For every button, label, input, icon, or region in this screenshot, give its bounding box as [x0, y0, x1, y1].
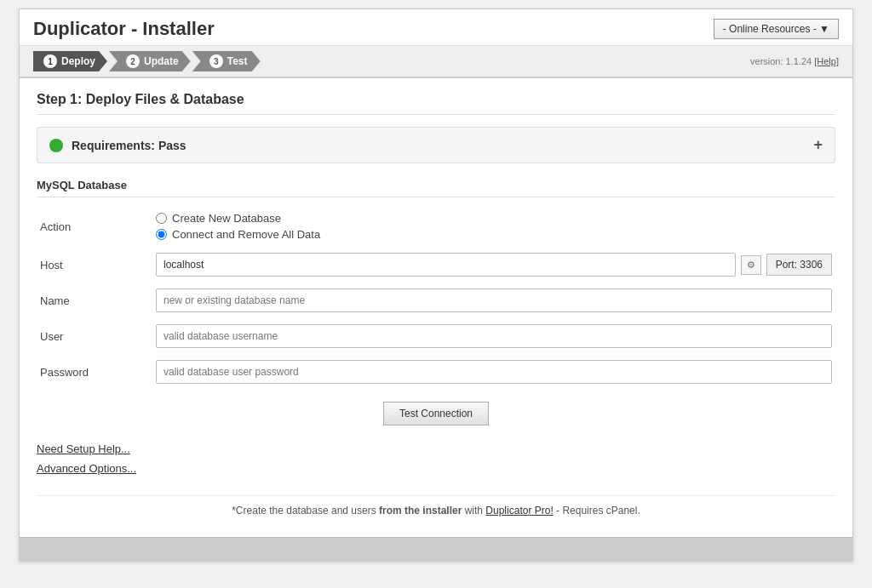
action-radio-group: Create New Database Connect and Remove A… [156, 212, 832, 241]
requirements-status-dot [49, 139, 63, 152]
action-label: Action [37, 206, 105, 247]
step-3-num: 3 [209, 54, 223, 68]
user-row: User [37, 318, 835, 354]
requirements-left: Requirements: Pass [49, 139, 186, 152]
setup-help-link[interactable]: Need Setup Help... [37, 442, 835, 455]
step-title: Step 1: Deploy Files & Database [37, 92, 835, 115]
version-info: version: 1.1.24 [Help] [750, 56, 839, 66]
name-input-cell [105, 283, 835, 318]
bottom-bar [20, 537, 852, 561]
requirements-label: Requirements: Pass [72, 139, 186, 152]
test-connection-row: Test Connection [37, 402, 835, 425]
footer-middle: with [462, 505, 485, 517]
password-input[interactable] [156, 360, 832, 384]
step-1-label: Deploy [61, 55, 95, 67]
host-label: Host [37, 247, 105, 283]
steps-list: 1 Deploy 2 Update 3 Test [33, 51, 262, 71]
password-label: Password [37, 354, 105, 390]
footer-bold: from the installer [379, 505, 462, 517]
db-form-table: Action Create New Database Connect and R… [37, 206, 835, 390]
footer-note: *Create the database and users from the … [37, 495, 835, 523]
step-test[interactable]: 3 Test [192, 51, 261, 71]
name-label: Name [37, 283, 105, 318]
step-update[interactable]: 2 Update [109, 51, 191, 71]
db-section-title: MySQL Database [37, 179, 835, 197]
host-input-row: ⚙ Port: 3306 [156, 253, 832, 277]
host-settings-icon[interactable]: ⚙ [741, 255, 761, 275]
footer-suffix: - Requires cPanel. [554, 505, 640, 517]
header: Duplicator - Installer - Online Resource… [20, 9, 852, 46]
radio-create-text: Create New Database [172, 212, 281, 225]
step-2-label: Update [144, 55, 179, 67]
user-input[interactable] [156, 324, 832, 348]
steps-nav: 1 Deploy 2 Update 3 Test version: 1.1.24… [20, 46, 852, 78]
step-1-num: 1 [43, 54, 57, 68]
host-input-cell: ⚙ Port: 3306 [105, 247, 835, 283]
password-row: Password [37, 354, 835, 390]
password-input-cell [105, 354, 835, 390]
radio-connect[interactable] [156, 229, 167, 240]
user-label: User [37, 318, 105, 354]
step-3-label: Test [227, 55, 248, 67]
duplicator-pro-link[interactable]: Duplicator Pro! [485, 505, 553, 517]
test-connection-button[interactable]: Test Connection [383, 402, 489, 425]
app-title: Duplicator - Installer [33, 18, 215, 40]
name-row: Name [37, 283, 835, 318]
host-row: Host ⚙ Port: 3306 [37, 247, 835, 283]
online-resources-button[interactable]: - Online Resources - ▼ [714, 19, 839, 39]
host-input[interactable] [156, 253, 736, 277]
action-row: Action Create New Database Connect and R… [37, 206, 835, 247]
radio-create[interactable] [156, 213, 167, 224]
radio-connect-text: Connect and Remove All Data [172, 228, 320, 241]
name-input[interactable] [156, 288, 832, 312]
requirements-bar: Requirements: Pass + [37, 127, 835, 163]
version-text: version: 1.1.24 [750, 56, 812, 66]
advanced-options-link[interactable]: Advanced Options... [37, 462, 835, 475]
footer-prefix: *Create the database and users [232, 505, 379, 517]
content-area: Step 1: Deploy Files & Database Requirem… [20, 78, 852, 537]
user-input-cell [105, 318, 835, 354]
links-section: Need Setup Help... Advanced Options... [37, 439, 835, 488]
action-options-cell: Create New Database Connect and Remove A… [105, 206, 835, 247]
step-2-num: 2 [126, 54, 140, 68]
port-button[interactable]: Port: 3306 [766, 254, 832, 276]
main-window: Duplicator - Installer - Online Resource… [19, 9, 853, 562]
help-link[interactable]: [Help] [814, 56, 839, 66]
radio-create-label[interactable]: Create New Database [156, 212, 832, 225]
step-deploy[interactable]: 1 Deploy [33, 51, 107, 71]
radio-connect-label[interactable]: Connect and Remove All Data [156, 228, 832, 241]
requirements-expand-button[interactable]: + [813, 136, 823, 154]
